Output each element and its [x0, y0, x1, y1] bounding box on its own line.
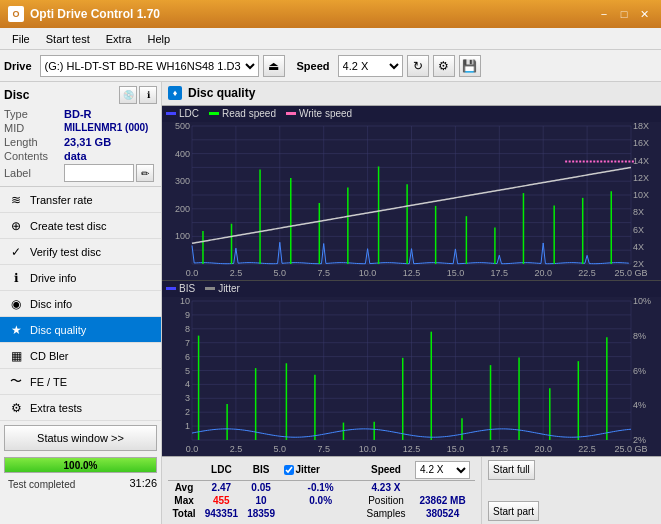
disc-mid-row: MID MILLENMR1 (000): [4, 122, 157, 134]
jitter-legend: Jitter: [205, 283, 240, 294]
nav-disc-info[interactable]: ◉ Disc info: [0, 291, 161, 317]
disc-label-button[interactable]: ✏: [136, 164, 154, 182]
menu-start-test[interactable]: Start test: [38, 31, 98, 47]
disc-icon-btn[interactable]: 💿: [119, 86, 137, 104]
menu-file[interactable]: File: [4, 31, 38, 47]
nav-fe-te[interactable]: 〜 FE / TE: [0, 369, 161, 395]
nav-extra-tests[interactable]: ⚙ Extra tests: [0, 395, 161, 421]
disc-contents-row: Contents data: [4, 150, 157, 162]
close-button[interactable]: ✕: [635, 5, 653, 23]
titlebar: O Opti Drive Control 1.70 − □ ✕: [0, 0, 661, 28]
stats-total-row: Total 943351 18359 Samples 380524: [168, 507, 475, 520]
max-ldc: 455: [200, 494, 243, 507]
nav-verify-test-disc[interactable]: ✓ Verify test disc: [0, 239, 161, 265]
disc-length-val: 23,31 GB: [64, 136, 111, 148]
nav-disc-info-label: Disc info: [30, 298, 72, 310]
col-header-jitter-check: Jitter: [280, 460, 362, 481]
status-text: Test completed: [4, 477, 79, 492]
nav-fe-te-label: FE / TE: [30, 376, 67, 388]
max-jitter: 0.0%: [280, 494, 362, 507]
start-full-button[interactable]: Start full: [488, 460, 535, 480]
avg-ldc: 2.47: [200, 480, 243, 494]
avg-bis: 0.05: [243, 480, 280, 494]
titlebar-controls: − □ ✕: [595, 5, 653, 23]
left-panel: Disc 💿 ℹ Type BD-R MID MILLENMR1 (000) L…: [0, 82, 162, 524]
col-header-speed-select: 4.2 X: [410, 460, 475, 481]
bis-legend: BIS: [166, 283, 195, 294]
menu-extra[interactable]: Extra: [98, 31, 140, 47]
nav-verify-test-label: Verify test disc: [30, 246, 101, 258]
read-speed-legend: Read speed: [209, 108, 276, 119]
stats-left: LDC BIS Jitter Speed: [162, 457, 481, 525]
stats-avg-row: Avg 2.47 0.05 -0.1% 4.23 X: [168, 480, 475, 494]
fe-te-icon: 〜: [8, 374, 24, 390]
disc-header: Disc 💿 ℹ: [4, 86, 157, 104]
total-bis: 18359: [243, 507, 280, 520]
progress-text: 100.0%: [5, 458, 156, 472]
avg-speed-col: [410, 480, 475, 494]
disc-label-input[interactable]: [64, 164, 134, 182]
col-header-ldc: LDC: [200, 460, 243, 481]
chart-header-title: Disc quality: [188, 86, 255, 100]
verify-test-icon: ✓: [8, 244, 24, 260]
disc-mid-key: MID: [4, 122, 64, 134]
extra-tests-icon: ⚙: [8, 400, 24, 416]
nav-drive-info[interactable]: ℹ Drive info: [0, 265, 161, 291]
menubar: File Start test Extra Help: [0, 28, 661, 50]
nav-disc-quality[interactable]: ★ Disc quality: [0, 317, 161, 343]
settings-button[interactable]: ⚙: [433, 55, 455, 77]
chart-header: ♦ Disc quality: [162, 82, 661, 106]
bottom-chart: [162, 297, 661, 456]
start-part-button[interactable]: Start part: [488, 501, 539, 521]
disc-section: Disc 💿 ℹ Type BD-R MID MILLENMR1 (000) L…: [0, 82, 161, 187]
start-full-row: Start full: [488, 460, 655, 480]
disc-info-icon: ◉: [8, 296, 24, 312]
total-samples-label: Samples: [362, 507, 410, 520]
stats-right: Start full Start part: [481, 457, 661, 525]
disc-contents-key: Contents: [4, 150, 64, 162]
jitter-label: Jitter: [296, 464, 320, 475]
max-label: Max: [168, 494, 200, 507]
jitter-checkbox[interactable]: [284, 465, 294, 475]
save-button[interactable]: 💾: [459, 55, 481, 77]
total-ldc: 943351: [200, 507, 243, 520]
menu-help[interactable]: Help: [139, 31, 178, 47]
start-part-row: Start part: [488, 501, 655, 521]
stats-speed-select[interactable]: 4.2 X: [415, 461, 470, 479]
avg-jitter: -0.1%: [280, 480, 362, 494]
eject-button[interactable]: ⏏: [263, 55, 285, 77]
stats-table: LDC BIS Jitter Speed: [168, 460, 475, 520]
disc-type-key: Type: [4, 108, 64, 120]
drive-label: Drive: [4, 60, 32, 72]
titlebar-left: O Opti Drive Control 1.70: [8, 6, 160, 22]
disc-type-val: BD-R: [64, 108, 92, 120]
progress-bar: 100.0%: [4, 457, 157, 473]
minimize-button[interactable]: −: [595, 5, 613, 23]
top-chart-container: LDC Read speed Write speed: [162, 106, 661, 281]
max-bis: 10: [243, 494, 280, 507]
disc-info-btn[interactable]: ℹ: [139, 86, 157, 104]
nav-transfer-rate[interactable]: ≋ Transfer rate: [0, 187, 161, 213]
col-header-empty: [168, 460, 200, 481]
disc-length-key: Length: [4, 136, 64, 148]
nav-extra-tests-label: Extra tests: [30, 402, 82, 414]
speed-select[interactable]: 4.2 X: [338, 55, 403, 77]
total-jitter: [280, 507, 362, 520]
nav-create-test-disc[interactable]: ⊕ Create test disc: [0, 213, 161, 239]
nav-cd-bler-label: CD Bler: [30, 350, 69, 362]
drive-info-icon: ℹ: [8, 270, 24, 286]
drive-select[interactable]: (G:) HL-DT-ST BD-RE WH16NS48 1.D3: [40, 55, 259, 77]
disc-info-grid: Type BD-R MID MILLENMR1 (000) Length 23,…: [4, 108, 157, 182]
nav-transfer-rate-label: Transfer rate: [30, 194, 93, 206]
nav-cd-bler[interactable]: ▦ CD Bler: [0, 343, 161, 369]
charts-area: LDC Read speed Write speed BIS Jitter: [162, 106, 661, 456]
maximize-button[interactable]: □: [615, 5, 633, 23]
disc-label-row: Label ✏: [4, 164, 157, 182]
col-header-bis: BIS: [243, 460, 280, 481]
refresh-button[interactable]: ↻: [407, 55, 429, 77]
top-legend: LDC Read speed Write speed: [162, 106, 661, 122]
nav-disc-quality-label: Disc quality: [30, 324, 86, 336]
write-speed-legend: Write speed: [286, 108, 352, 119]
speed-label: Speed: [297, 60, 330, 72]
status-window-button[interactable]: Status window >>: [4, 425, 157, 451]
